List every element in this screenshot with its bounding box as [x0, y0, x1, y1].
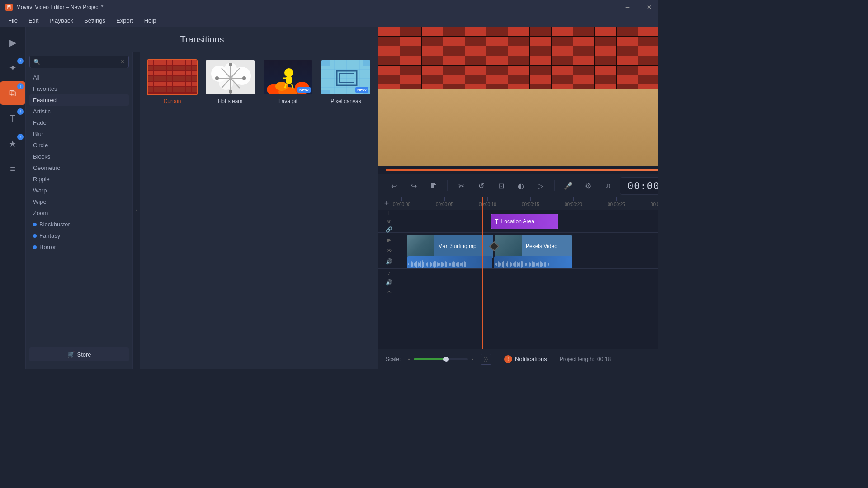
video-clip-1[interactable]: Man Surfing.mp: [407, 235, 493, 258]
notifications-button[interactable]: ! Notifications: [499, 352, 552, 366]
clear-search-icon[interactable]: ✕: [120, 59, 125, 65]
transition-marker[interactable]: [489, 235, 500, 258]
collapse-panel-button[interactable]: ‹: [132, 52, 140, 369]
category-favorites[interactable]: Favorites: [29, 83, 129, 94]
bottom-bar: Scale: ▪ ▪ ⟩⟩ ! Notifications: [378, 349, 658, 369]
color-button[interactable]: ◐: [513, 178, 529, 194]
category-wipe[interactable]: Wipe: [29, 196, 129, 207]
search-input[interactable]: [43, 59, 120, 65]
undo-button[interactable]: ↩: [386, 178, 402, 194]
menu-edit[interactable]: Edit: [24, 15, 43, 26]
cut-button[interactable]: ✂: [453, 178, 469, 194]
tool-effects[interactable]: ✦ !: [0, 56, 25, 80]
tool-video-clips[interactable]: ▶: [0, 31, 25, 54]
category-blocks-label: Blocks: [33, 153, 50, 160]
scale-slider[interactable]: [414, 358, 468, 360]
search-box[interactable]: 🔍 ✕: [29, 56, 129, 68]
svg-rect-30: [179, 76, 185, 81]
text-track-controls: T 👁 🔗: [378, 210, 400, 232]
audio-button[interactable]: ♫: [600, 178, 616, 194]
hotsteam-thumb: [205, 59, 255, 95]
svg-rect-1: [148, 60, 153, 65]
category-geometric[interactable]: Geometric: [29, 162, 129, 174]
category-warp[interactable]: Warp: [29, 185, 129, 196]
category-ripple[interactable]: Ripple: [29, 174, 129, 185]
scale-decrease-icon: ▪: [408, 356, 410, 362]
transition-hotsteam[interactable]: Hot steam: [205, 59, 255, 104]
category-artistic[interactable]: Artistic: [29, 106, 129, 117]
category-blur[interactable]: Blur: [29, 128, 129, 140]
crop-button[interactable]: ⊡: [493, 178, 509, 194]
toolbar-sep-2: [554, 180, 555, 191]
video-audio-toggle[interactable]: 🔊: [385, 257, 394, 266]
lavapit-new-badge: NEW: [297, 87, 311, 93]
category-blockbuster[interactable]: Blockbuster: [29, 219, 129, 230]
svg-rect-34: [154, 82, 160, 86]
category-blocks[interactable]: Blocks: [29, 151, 129, 162]
favorites-icon: ★: [9, 138, 17, 149]
svg-rect-8: [192, 60, 198, 65]
svg-rect-38: [179, 82, 185, 86]
notifications-label: Notifications: [515, 356, 547, 362]
progress-bar-track[interactable]: [386, 169, 658, 171]
rotate-button[interactable]: ↺: [473, 178, 489, 194]
clip-1-thumb: [407, 235, 434, 258]
menu-settings[interactable]: Settings: [80, 15, 110, 26]
text-visibility-button[interactable]: 👁: [385, 218, 394, 225]
timeline-extend-button[interactable]: ⟩⟩: [481, 354, 491, 365]
hotsteam-name: Hot steam: [218, 98, 243, 104]
hotsteam-svg: [206, 60, 255, 95]
category-fade[interactable]: Fade: [29, 117, 129, 128]
text-link-button[interactable]: 🔗: [385, 226, 394, 233]
tool-favorites[interactable]: ★ !: [0, 132, 25, 155]
svg-rect-20: [167, 71, 172, 75]
horror-dot: [33, 245, 37, 249]
svg-rect-15: [186, 66, 191, 70]
close-button[interactable]: ✕: [646, 4, 653, 11]
category-featured[interactable]: Featured: [29, 94, 129, 106]
scale-slider-thumb[interactable]: [443, 357, 449, 362]
menu-playback[interactable]: Playback: [45, 15, 78, 26]
text-icon: T: [10, 113, 15, 124]
video-clip-2[interactable]: Pexels Video: [495, 235, 572, 258]
menu-help[interactable]: Help: [140, 15, 161, 26]
text-clip-location-area[interactable]: T Location Area: [491, 214, 558, 229]
tool-storyboard[interactable]: ≡: [0, 157, 25, 181]
redo-button[interactable]: ↪: [406, 178, 422, 194]
video-visibility-button[interactable]: 👁: [385, 246, 394, 255]
text-track: T 👁 🔗 T Location Area: [378, 210, 658, 233]
minimize-button[interactable]: ─: [624, 4, 631, 11]
category-zoom[interactable]: Zoom: [29, 207, 129, 219]
record-button[interactable]: 🎤: [560, 178, 576, 194]
menu-export[interactable]: Export: [112, 15, 138, 26]
music-volume-button[interactable]: 🔊: [385, 278, 394, 286]
delete-button[interactable]: 🗑: [425, 178, 442, 194]
svg-rect-10: [154, 66, 160, 70]
category-zoom-label: Zoom: [33, 210, 48, 216]
category-horror[interactable]: Horror: [29, 241, 129, 253]
store-button[interactable]: 🛒 Store: [29, 347, 129, 361]
add-track-button[interactable]: +: [380, 197, 393, 210]
music-scissors-button[interactable]: ✂: [385, 288, 394, 296]
time-prefix: 00:00:: [627, 180, 658, 192]
progress-bar-container: [378, 166, 658, 174]
transition-lavapit[interactable]: NEW Lava pit: [263, 59, 313, 104]
transition-pixelcanvas[interactable]: NEW Pixel canvas: [321, 59, 371, 104]
video-preview: ? ↩ ↪ 🗑 ✂ ↺ ⊡ ◐ ▷: [378, 27, 658, 369]
category-warp-label: Warp: [33, 187, 47, 194]
tool-text[interactable]: T !: [0, 107, 25, 130]
progress-bar-fill: [386, 169, 658, 171]
text-badge: !: [17, 108, 24, 115]
transition-curtain[interactable]: Curtain: [147, 59, 198, 104]
menu-file[interactable]: File: [4, 15, 22, 26]
category-fantasy[interactable]: Fantasy: [29, 230, 129, 241]
transitions-icon: ⧉: [9, 88, 16, 99]
tool-transitions[interactable]: ⧉ !: [0, 81, 25, 105]
category-all[interactable]: All: [29, 72, 129, 83]
maximize-button[interactable]: □: [635, 4, 642, 11]
speed-button[interactable]: ▷: [533, 178, 549, 194]
ruler-marks: 00:00:0000:00:0500:00:1000:00:1500:00:20…: [393, 197, 658, 210]
category-circle[interactable]: Circle: [29, 140, 129, 151]
video-track: ▶ 👁 🔊 Man Surfing.mp Pexels V: [378, 233, 658, 269]
settings-button[interactable]: ⚙: [580, 178, 596, 194]
